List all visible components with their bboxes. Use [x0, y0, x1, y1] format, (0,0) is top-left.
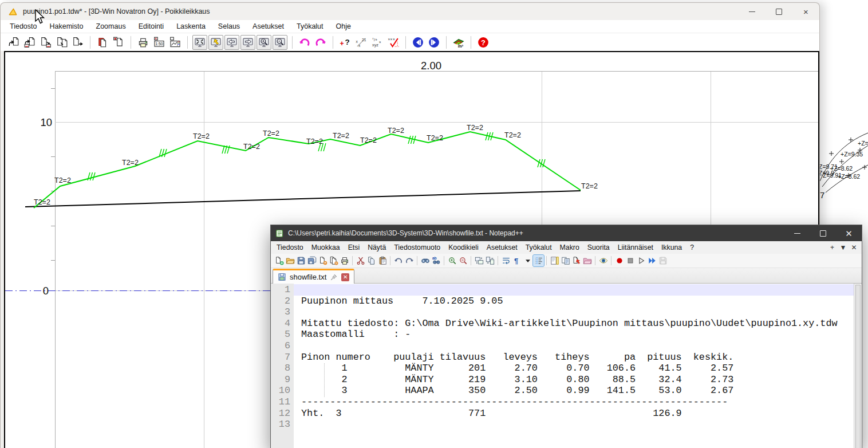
minimize-button[interactable] — [739, 3, 766, 20]
zoom-in-button[interactable] — [257, 35, 271, 50]
w3-menu-asetukset[interactable]: Asetukset — [246, 22, 290, 30]
w3-menu-ty-kalut[interactable]: Työkalut — [290, 22, 330, 30]
file-open-read-button[interactable] — [6, 35, 21, 50]
close-button[interactable]: × — [792, 3, 819, 20]
point-query-button[interactable]: +? — [338, 35, 353, 50]
npp-menu-koodikieli[interactable]: Koodikieli — [444, 243, 483, 251]
section-previous-button[interactable] — [411, 35, 425, 50]
w3-menu-ohje[interactable]: Ohje — [330, 22, 357, 30]
copy-button[interactable] — [366, 255, 377, 266]
minimize-icon — [749, 11, 755, 12]
monitoring-button[interactable] — [598, 255, 609, 266]
word-wrap-button[interactable] — [500, 255, 511, 266]
file-export-button[interactable] — [70, 35, 85, 50]
npp-menu-asetukset[interactable]: Asetukset — [483, 243, 522, 251]
macro-play-button[interactable] — [636, 255, 646, 266]
undo-npp-button[interactable] — [393, 255, 404, 266]
npp-menu-item[interactable]: ? — [686, 243, 698, 251]
tab-list-dropdown-icon[interactable]: ▼ — [838, 243, 849, 251]
close-all-button[interactable] — [328, 255, 339, 266]
print-scale-button[interactable]: 1:50 — [152, 35, 167, 50]
zoom-in-doc-button[interactable] — [447, 255, 457, 266]
doc-map-button[interactable] — [549, 255, 560, 266]
file-save-button[interactable] — [38, 35, 53, 50]
pan-right-button[interactable] — [240, 35, 255, 50]
npp-menu-tiedosto[interactable]: Tiedosto — [273, 243, 307, 251]
npp-menu-liit-nn-iset[interactable]: Liitännäiset — [614, 243, 657, 251]
npp-menu-n-yt[interactable]: Näytä — [364, 243, 390, 251]
new-tab-button[interactable]: + — [827, 243, 838, 251]
tab-showfile[interactable]: showfile.txt ✕ — [273, 269, 354, 284]
dropdown-button[interactable] — [522, 255, 533, 266]
editor-text[interactable]: Puupinon mittaus 7.10.2025 9.05 Mitattu … — [294, 284, 854, 419]
section-next-button[interactable] — [427, 35, 441, 50]
npp-menu-etsi[interactable]: Etsi — [344, 243, 364, 251]
point-check-button[interactable]: ××× — [386, 35, 401, 50]
zoom-extents-button[interactable] — [192, 35, 207, 50]
close-button[interactable]: ✕ — [836, 225, 862, 241]
paste-button[interactable] — [377, 255, 388, 266]
npp-menu-suorita[interactable]: Suorita — [583, 243, 614, 251]
sync-vertical-button[interactable] — [474, 255, 484, 266]
coordinates-xyz-button[interactable]: °/+xyz× — [370, 35, 385, 50]
npp-menu-tiedostomuoto[interactable]: Tiedostomuoto — [390, 243, 444, 251]
doc-list-button[interactable] — [560, 255, 571, 266]
undo-button[interactable] — [297, 35, 312, 50]
function-list-button[interactable] — [571, 255, 582, 266]
element-delete-button[interactable] — [111, 35, 126, 50]
maximize-button[interactable] — [766, 3, 792, 20]
file-save-as-button[interactable] — [54, 35, 69, 50]
print-doc-button[interactable] — [339, 255, 350, 266]
print-button[interactable] — [136, 35, 151, 50]
redo-button[interactable] — [313, 35, 328, 50]
w3-menu-selaus[interactable]: Selaus — [212, 22, 246, 30]
tab-close-icon[interactable]: ✕ — [341, 273, 349, 281]
3dwin-window-controls: × — [739, 3, 819, 20]
replace-button[interactable]: ab — [431, 255, 441, 266]
sync-horizontal-button[interactable] — [484, 255, 495, 266]
npp-menu-ty-kalut[interactable]: Työkalut — [522, 243, 556, 251]
file-open-write-button[interactable] — [22, 35, 37, 50]
pin-icon[interactable] — [330, 273, 338, 281]
vertical-scrollbar[interactable] — [854, 284, 862, 448]
npp-menu-ikkuna[interactable]: Ikkuna — [657, 243, 686, 251]
close-tab-icon[interactable]: ✕ — [849, 243, 859, 251]
zoom-pen-button[interactable] — [208, 35, 223, 50]
find-icon — [421, 256, 430, 265]
folder-workspace-button[interactable] — [582, 255, 593, 266]
save-file-button[interactable] — [295, 255, 306, 266]
show-all-characters-icon: ¶ — [512, 256, 522, 265]
w3-menu-hakemisto[interactable]: Hakemisto — [43, 22, 89, 30]
w3-menu-laskenta[interactable]: Laskenta — [170, 22, 212, 30]
w3-menu-editointi[interactable]: Editointi — [132, 22, 170, 30]
element-copy-button[interactable] — [95, 35, 110, 50]
volume-m3-button[interactable]: m³ — [451, 35, 466, 50]
maximize-button[interactable] — [810, 225, 836, 241]
save-all-button[interactable] — [306, 255, 317, 266]
text-area[interactable]: Puupinon mittaus 7.10.2025 9.05 Mitattu … — [294, 284, 854, 448]
new-file-button[interactable] — [274, 255, 285, 266]
redo-npp-button[interactable] — [404, 255, 415, 266]
indent-guide-button[interactable] — [533, 255, 544, 266]
w3-menu-zoomaus[interactable]: Zoomaus — [90, 22, 132, 30]
show-all-characters-button[interactable]: ¶ — [511, 255, 522, 266]
close-file-button[interactable] — [317, 255, 328, 266]
open-file-icon — [286, 256, 295, 265]
macro-save-button[interactable] — [657, 255, 668, 266]
open-file-button[interactable] — [285, 255, 295, 266]
minimize-button[interactable] — [784, 225, 810, 241]
pan-left-button[interactable] — [224, 35, 239, 50]
npp-menu-muokkaa[interactable]: Muokkaa — [307, 243, 344, 251]
zoom-out-doc-button[interactable] — [457, 255, 468, 266]
point-numbering-button[interactable]: x21x — [354, 35, 369, 50]
macro-record-button[interactable] — [614, 255, 625, 266]
find-button[interactable] — [420, 255, 431, 266]
scrollbar-thumb[interactable] — [855, 285, 861, 448]
cut-button[interactable] — [355, 255, 366, 266]
macro-run-multiple-button[interactable] — [646, 255, 657, 266]
print-area-button[interactable] — [168, 35, 183, 50]
npp-menu-makro[interactable]: Makro — [556, 243, 583, 251]
help-button[interactable]: ? — [476, 35, 491, 50]
macro-stop-button[interactable] — [625, 255, 636, 266]
zoom-out-button[interactable] — [273, 35, 287, 50]
